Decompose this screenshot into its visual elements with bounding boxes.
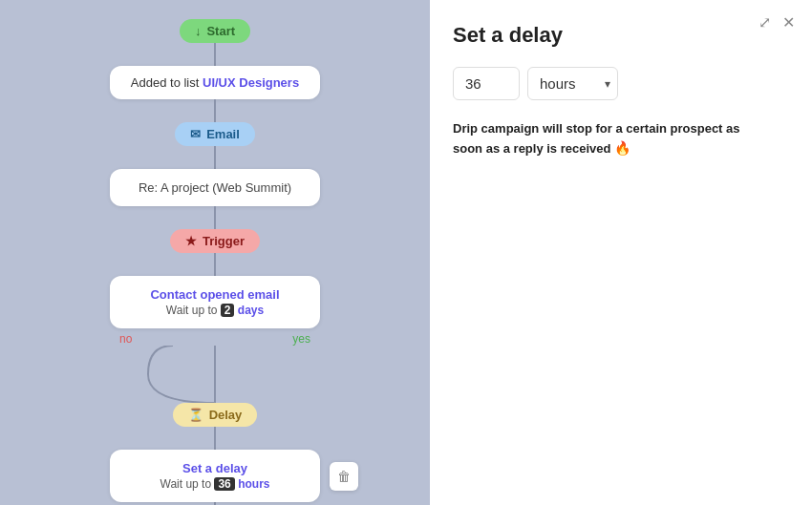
email-icon: ✉ <box>190 127 201 141</box>
email-node-wrapper: ✉ Email Re: A project (Web Summit) <box>110 122 320 206</box>
delay-wait-info: Wait up to 36 hours <box>129 477 301 491</box>
delay-pill-label: Delay <box>209 408 243 422</box>
unit-select-wrapper: minutes hours days <box>527 67 618 100</box>
delay-box-wrapper: Set a delay Wait up to 36 hours 🗑 <box>110 450 320 502</box>
delete-button[interactable]: 🗑 <box>330 462 358 491</box>
trigger-box: Contact opened email Wait up to 2 days <box>110 276 320 328</box>
start-node-wrapper: ↓ Start Added to list UI/UX Designers <box>110 19 320 99</box>
set-delay-text: Set a delay <box>129 461 301 475</box>
email-pill: ✉ Email <box>175 122 255 146</box>
email-box: Re: A project (Web Summit) <box>110 169 320 206</box>
connector-2 <box>214 99 216 122</box>
trigger-pill-label: Trigger <box>203 234 245 248</box>
fire-emoji: 🔥 <box>614 140 630 156</box>
curved-connector <box>110 346 320 403</box>
start-pill-label: Start <box>206 24 235 38</box>
delay-box: Set a delay Wait up to 36 hours <box>110 450 320 502</box>
connector-1 <box>214 43 216 66</box>
contact-opened-text: Contact opened email <box>129 287 301 302</box>
delay-number-input[interactable] <box>453 67 520 100</box>
curved-connector-svg <box>110 346 320 403</box>
list-name: UI/UX Designers <box>203 75 299 90</box>
trigger-wait-unit: days <box>238 304 264 317</box>
start-box: Added to list UI/UX Designers <box>110 66 320 99</box>
trash-icon: 🗑 <box>337 469 351 484</box>
expand-button[interactable]: ⤢ <box>757 11 773 33</box>
start-arrow-icon: ↓ <box>195 24 202 38</box>
added-to-list-text: Added to list UI/UX Designers <box>129 75 301 90</box>
delay-wait-unit: hours <box>238 477 269 491</box>
trigger-node-wrapper: ★ Trigger Contact opened email Wait up t… <box>110 229 320 346</box>
trigger-wait-text: Wait up to 2 days <box>129 304 301 317</box>
yes-label: yes <box>292 332 310 346</box>
email-pill-label: Email <box>206 127 240 141</box>
yes-no-row: no yes <box>110 332 320 346</box>
connector-5 <box>214 253 216 276</box>
connector-6 <box>214 427 216 450</box>
email-subject: Re: A project (Web Summit) <box>129 180 301 195</box>
start-pill: ↓ Start <box>180 19 250 43</box>
flow-diagram: ↓ Start Added to list UI/UX Designers ✉ … <box>0 0 430 505</box>
delay-wait-num: 36 <box>214 477 234 491</box>
no-label: no <box>119 332 132 346</box>
trigger-pill: ★ Trigger <box>170 229 260 253</box>
top-icons: ⤢ ✕ <box>757 11 797 33</box>
unit-select[interactable]: minutes hours days <box>527 67 618 100</box>
delay-node-wrapper: ⏳ Delay Set a delay Wait up to 36 hours … <box>110 403 320 502</box>
trigger-wait-num: 2 <box>221 304 235 317</box>
delay-input-row: minutes hours days <box>453 67 789 100</box>
info-text: Drip campaign will stop for a certain pr… <box>453 119 759 158</box>
connector-3 <box>214 146 216 169</box>
delay-pill: ⏳ Delay <box>173 403 258 427</box>
trigger-star-icon: ★ <box>185 234 197 248</box>
close-button[interactable]: ✕ <box>780 11 797 33</box>
delay-hourglass-icon: ⏳ <box>188 408 203 422</box>
connector-4 <box>214 206 216 229</box>
settings-panel: ⤢ ✕ Set a delay minutes hours days Drip … <box>430 0 812 505</box>
panel-title: Set a delay <box>453 23 789 48</box>
